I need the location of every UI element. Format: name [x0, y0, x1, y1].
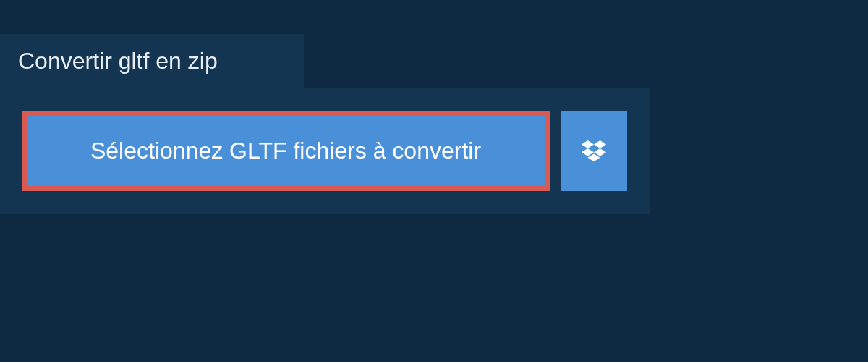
dropbox-button[interactable] [561, 111, 627, 191]
dropbox-icon [582, 140, 606, 162]
tab-header: Convertir gltf en zip [0, 34, 304, 88]
tab-title: Convertir gltf en zip [18, 48, 218, 75]
converter-panel: Sélectionnez GLTF fichiers à convertir [0, 88, 650, 214]
button-row: Sélectionnez GLTF fichiers à convertir [22, 111, 628, 191]
select-files-label: Sélectionnez GLTF fichiers à convertir [90, 138, 481, 164]
select-files-button[interactable]: Sélectionnez GLTF fichiers à convertir [22, 111, 550, 191]
